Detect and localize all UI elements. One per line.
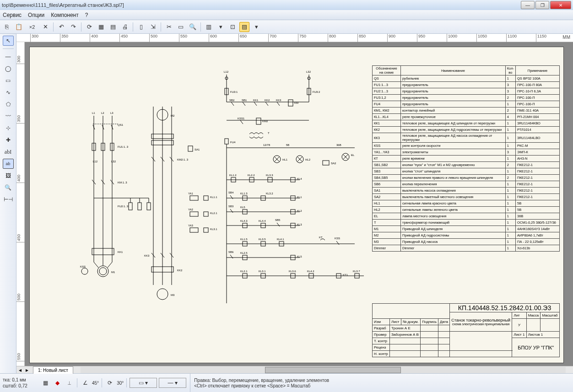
menu-options[interactable]: Опции [28,12,44,18]
svg-text:FU1:1..3: FU1:1..3 [118,145,129,148]
svg-text:KT: KT [319,236,323,239]
svg-text:KL3.3: KL3.3 [266,174,273,177]
pointer-tool-icon[interactable]: ↖ [3,36,14,46]
copy-icon[interactable]: ⎘ [2,22,12,32]
list-icon[interactable]: ▥ [204,22,214,32]
page-icon[interactable]: ▯ [136,22,146,32]
canvas[interactable]: L1 L2 L3 QS1 FU1:1..3 L12L32 [25,42,573,366]
svg-point-25 [81,268,88,274]
header-qty: Кол-во [505,66,515,75]
angle-icon[interactable]: ∠ [80,378,90,388]
svg-rect-84 [323,161,329,165]
horizontal-scrollbar[interactable] [81,367,566,373]
sheet-tab[interactable]: 1: Новый лист [33,366,73,374]
table-row: КL1...КL4реле промежуточное4РП-21МН 004 [373,114,560,120]
table-row: SB6кнопка переключения1ПКЕ212-1 [373,181,560,188]
grid-icon[interactable]: ▦ [96,22,106,32]
ellipse-tool-icon[interactable]: ◯ [3,64,14,74]
line-tool-icon[interactable]: — [3,52,14,62]
text-tool-icon[interactable]: abI [3,147,14,157]
svg-text:KL4.1: KL4.1 [277,238,284,241]
svg-text:KL1.3: KL1.3 [240,192,248,195]
svg-text:KL1: KL1 [297,196,302,199]
dimension-tool-icon[interactable]: ⊢⊣ [3,194,14,204]
table-row: КМ1, КМ2контактор линейный2ПМЕ-311 40А [373,107,560,114]
menu-component[interactable]: Компонент [51,12,79,18]
paste-icon[interactable]: 📋 [14,22,24,32]
svg-text:SB3: SB3 [228,205,234,208]
zoom-tool-icon[interactable]: 🔍 [3,183,14,193]
parts-table: Обозначение на схеме Наименование Кол-во… [372,65,560,252]
svg-rect-45 [188,146,193,151]
dropdown2-icon[interactable]: ▾ [251,22,261,32]
svg-text:36B: 36B [336,144,341,146]
table-row: FU1:1...3предохранитель3ПРС-100-П 80А [373,82,560,88]
rotate-icon[interactable]: ⟳ [105,378,115,388]
svg-text:L3: L3 [110,112,114,114]
maximize-button[interactable]: ❐ [535,1,549,9]
tab-prev-icon[interactable]: ◂ [16,365,23,375]
ruler-unit: ММ [562,35,570,40]
tab-next-icon[interactable]: ▸ [23,365,30,375]
image-tool-icon[interactable]: 🖼 [3,171,14,181]
find-icon[interactable]: 🔍 [188,22,198,32]
redo-icon[interactable]: ↷ [68,22,78,32]
dropdown-icon[interactable]: ▾ [216,22,226,32]
ortho-icon[interactable]: ⟂ [64,378,74,388]
minimize-button[interactable]: — [521,1,535,9]
zoom-fit-icon[interactable]: ⊡ [227,22,238,32]
svg-text:KK2: KK2 [265,99,270,102]
svg-rect-155 [204,228,208,232]
close-button[interactable]: ✕ [550,1,571,9]
export-icon[interactable]: ⇲ [148,22,158,32]
svg-text:FU3:1: FU3:1 [230,91,238,93]
svg-text:KL1.2: KL1.2 [229,174,237,177]
table-row: КТреле времени1АН3-N [373,156,560,162]
linetype-dropdown-icon[interactable]: — ▾ [159,378,186,388]
table-row: FU4предохранитель1ПРС-100-П [373,101,560,107]
refresh-icon[interactable]: ⟳ [84,22,94,32]
svg-text:KL2: KL2 [297,209,302,212]
svg-text:KL4.3: KL4.3 [240,220,248,222]
rect-tool-icon[interactable]: ▭ [3,75,14,86]
polygon-tool-icon[interactable]: ⬠ [3,99,14,109]
grid-toggle-icon[interactable]: ▦ [40,378,50,388]
table-row: КК1тепловое реле, защищающее АД шпинделя… [373,120,560,127]
menu-help[interactable]: ? [85,12,88,18]
curve-tool-icon[interactable]: 〰 [3,111,14,121]
svg-text:KSS1: KSS1 [238,117,245,120]
svg-rect-17 [147,203,151,210]
svg-text:KK3: KK3 [276,99,281,102]
menu-service[interactable]: Сервис [3,12,22,18]
polyline-tool-icon[interactable]: ∿ [3,87,14,97]
table-row: DimmerDimmer1Xd-613b [373,245,560,252]
form-icon[interactable]: ▭ [176,22,186,32]
layers-icon[interactable]: ▤ [108,22,118,32]
highlight-icon[interactable]: ▨ [239,22,249,32]
svg-text:KL2.2: KL2.2 [248,174,255,177]
svg-text:SA1: SA1 [195,148,200,151]
svg-text:HL2: HL2 [305,158,311,161]
table-row: КSSреле контроля скорости1РКС-М [373,143,560,149]
node-tool-icon[interactable]: ⊹ [3,123,14,133]
delete-icon[interactable]: ✕ [40,22,50,32]
svg-text:YA2: YA2 [188,208,194,211]
scale-x2[interactable]: ×2 [26,22,38,32]
layer-dropdown-icon[interactable]: ▭ ▾ [130,378,157,388]
table-row: HL2сигнальные лампы зеленого цвета15В [373,207,560,213]
cross-tool-icon[interactable]: ✚ [3,135,14,145]
svg-text:KL3.7: KL3.7 [353,270,360,273]
svg-text:L12: L12 [93,160,98,163]
svg-text:KL2.1: KL2.1 [240,270,248,273]
svg-text:5B: 5B [286,144,289,146]
textbox-tool-icon[interactable]: ab [3,159,14,169]
svg-text:KL1.5: KL1.5 [240,238,248,241]
table-row: SB3кнопка "стоп" шпинделя1ПКЕ212-1 [373,168,560,175]
undo-icon[interactable]: ↶ [56,22,66,32]
svg-point-43 [157,289,168,300]
svg-text:L1: L1 [92,112,95,114]
cut-region-icon[interactable]: ✂ [164,22,174,32]
svg-rect-149 [190,212,198,216]
snap-icon[interactable]: ◆ [52,378,62,388]
print-icon[interactable]: 🖨 [120,22,130,32]
